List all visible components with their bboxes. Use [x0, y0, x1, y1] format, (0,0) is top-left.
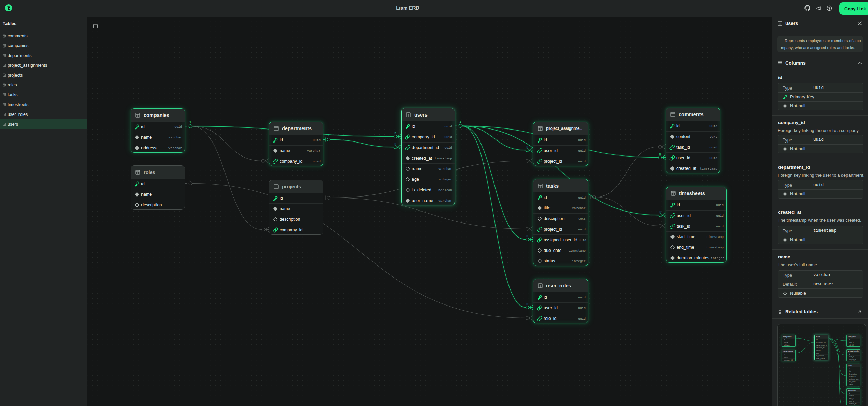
svg-text:1: 1	[189, 121, 191, 124]
svg-text:n: n	[526, 234, 528, 238]
svg-text:1: 1	[328, 134, 329, 137]
svg-text:n: n	[394, 132, 396, 135]
svg-text:n: n	[526, 302, 528, 306]
svg-text:n: n	[526, 145, 528, 149]
svg-text:n: n	[394, 142, 396, 146]
svg-text:1: 1	[459, 120, 461, 124]
svg-text:n: n	[659, 210, 661, 214]
svg-text:n: n	[659, 152, 661, 156]
